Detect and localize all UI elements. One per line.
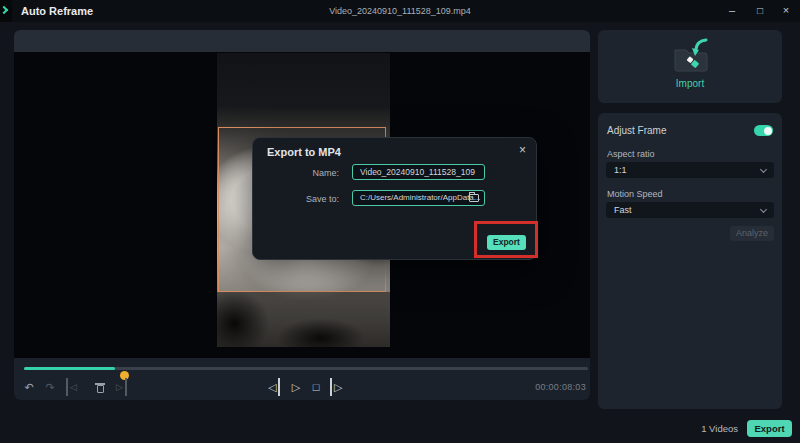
import-panel: Import [598, 30, 782, 103]
auto-reframe-window: Auto Reframe Video_20240910_111528_109.m… [0, 0, 800, 443]
import-button[interactable]: Import [598, 78, 782, 89]
footer-export-button[interactable]: Export [747, 420, 792, 437]
transport-controls: ↶ ↷ ◁ ▷ ◁ ▷ □ ▷ 00:00:08:03 [14, 378, 590, 398]
motion-speed-select[interactable]: Fast [606, 202, 774, 218]
motion-speed-value: Fast [614, 205, 632, 215]
timecode-display: 00:00:08:03 [535, 378, 586, 396]
play-icon[interactable]: ▷ [290, 378, 302, 396]
timeline-progress [24, 367, 115, 370]
delete-icon[interactable] [95, 382, 106, 394]
timeline-slider[interactable] [24, 367, 588, 370]
redo-icon[interactable]: ↷ [43, 378, 57, 396]
playback-controls-bar: ↶ ↷ ◁ ▷ ◁ ▷ □ ▷ 00:00:08:03 [14, 358, 590, 400]
chevron-down-icon [760, 206, 767, 213]
next-frame-icon[interactable]: ▷ [330, 378, 342, 396]
skip-to-start-icon[interactable]: ◁ [66, 378, 77, 396]
motion-speed-label: Motion Speed [607, 189, 663, 199]
undo-icon[interactable]: ↶ [22, 378, 36, 396]
dialog-close-icon[interactable]: × [519, 143, 526, 157]
adjust-frame-label: Adjust Frame [607, 125, 666, 136]
export-dialog: Export to MP4 × Name: Video_20240910_111… [252, 137, 537, 260]
previous-frame-icon[interactable]: ◁ [268, 378, 280, 396]
close-window-icon[interactable]: × [776, 0, 796, 22]
aspect-ratio-value: 1:1 [614, 165, 627, 175]
chevron-down-icon [760, 166, 767, 173]
analyze-button[interactable]: Analyze [730, 226, 774, 241]
annotation-highlight-box [474, 221, 538, 258]
minimize-icon[interactable]: – [722, 0, 742, 22]
save-path-input[interactable]: C:/Users/Administrator/AppData... [352, 190, 485, 206]
video-count-label: 1 Videos [701, 423, 738, 434]
name-label: Name: [253, 168, 339, 178]
stop-icon[interactable]: □ [310, 378, 322, 396]
browse-folder-icon[interactable] [469, 194, 479, 202]
aspect-ratio-label: Aspect ratio [607, 149, 655, 159]
crop-dim-overlay [217, 292, 390, 347]
trash-body [97, 385, 104, 393]
adjust-frame-panel: Adjust Frame Aspect ratio 1:1 Motion Spe… [598, 113, 782, 409]
aspect-ratio-select[interactable]: 1:1 [606, 162, 774, 178]
save-to-label: Save to: [253, 194, 339, 204]
maximize-icon[interactable]: □ [750, 0, 770, 22]
import-folder-icon[interactable] [666, 38, 714, 76]
document-title: Video_20240910_111528_109.mp4 [0, 0, 800, 22]
preview-header [14, 30, 590, 52]
adjust-frame-toggle[interactable] [754, 125, 773, 136]
dialog-title: Export to MP4 [267, 146, 341, 158]
name-input[interactable]: Video_20240910_111528_109 [352, 164, 485, 180]
titlebar: Auto Reframe Video_20240910_111528_109.m… [0, 0, 800, 22]
skip-to-end-icon[interactable]: ▷ [116, 378, 127, 396]
toggle-knob [764, 127, 772, 135]
